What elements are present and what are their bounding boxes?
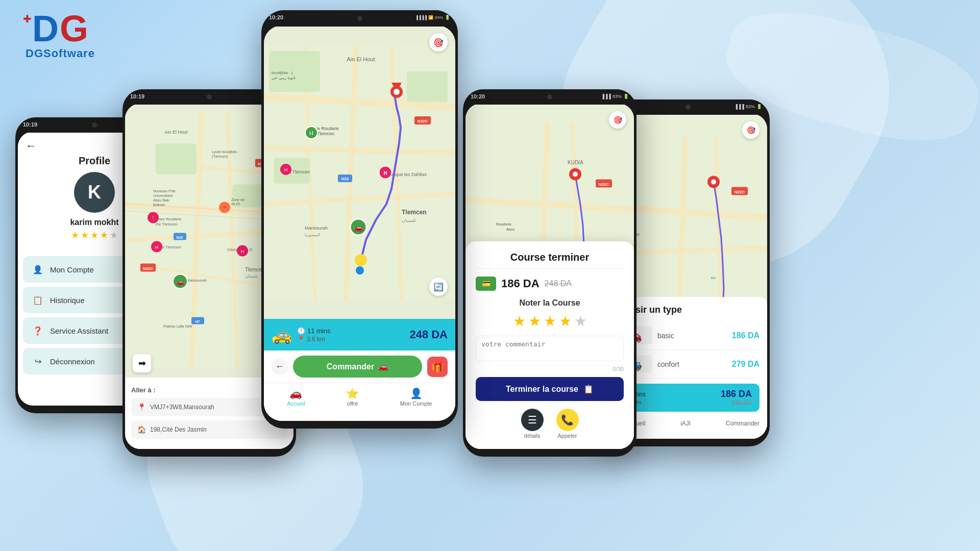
phone3-map: Ain El Hout Gare Routiere De Tlemcen ibi… <box>264 26 455 321</box>
comment-input[interactable] <box>476 336 624 361</box>
destination-2-text: 198,Cité Des Jasmin <box>150 426 207 433</box>
svg-text:H: H <box>284 167 288 172</box>
gift-button[interactable]: 🎁 <box>427 357 448 377</box>
location-btn[interactable]: 🎯 <box>429 33 448 52</box>
location-icon-1: 📍 <box>137 403 146 411</box>
phone3-battery: 83% <box>435 15 443 20</box>
terminer-label: Terminer la course <box>506 385 578 394</box>
phone2-time: 10:19 <box>130 93 144 99</box>
compte-icon: 👤 <box>31 262 45 277</box>
clipboard-icon: 📋 <box>583 384 594 394</box>
svg-text:🚗: 🚗 <box>176 278 185 286</box>
svg-text:🚗: 🚗 <box>354 223 363 232</box>
svg-text:Belkaid: Belkaid <box>153 203 165 207</box>
choisir-price: 186 DA <box>721 389 752 399</box>
confort-price: 279 DA <box>732 360 760 369</box>
svg-point-106 <box>711 180 716 185</box>
accueil-icon: 🚗 <box>289 387 302 399</box>
deconnexion-icon: ↪ <box>31 354 45 368</box>
nav-compte[interactable]: 👤 Mon Compte <box>400 387 432 407</box>
nav-accueil[interactable]: 🚗 Accueil <box>287 387 305 407</box>
svg-text:Mansourah: Mansourah <box>186 278 207 283</box>
svg-text:Zone inc: Zone inc <box>231 198 245 202</box>
refresh-btn[interactable]: 🔄 <box>429 278 448 296</box>
destination-2-input[interactable]: 🏠 198,Cité Des Jasmin <box>131 420 287 439</box>
svg-point-93 <box>573 172 578 177</box>
phone1-time: 10:19 <box>23 121 37 128</box>
historique-icon: 📋 <box>31 293 45 307</box>
commander-label: Commander <box>327 362 374 371</box>
offre-icon: ⭐ <box>346 387 359 399</box>
svg-text:📍: 📍 <box>151 215 157 221</box>
payment-card-icon: 💳 <box>476 277 496 291</box>
phone-main: 10:20 ▐▐▐▐ 📶 83% 🔋 <box>261 10 458 429</box>
svg-text:Abou: Abou <box>506 228 514 231</box>
svg-text:Plateau Lalla Setti: Plateau Lalla Setti <box>163 324 192 328</box>
option-basic[interactable]: 🚗 basic 186 DA <box>617 321 760 350</box>
details-btn[interactable]: ☰ détails <box>521 409 544 439</box>
compte-label: Mon Compte <box>50 265 94 274</box>
course-terminer-title: Course terminer <box>476 252 624 269</box>
basic-label: basic <box>657 332 727 340</box>
svg-text:Routiere: Routiere <box>496 222 512 227</box>
svg-text:N22C: N22C <box>143 266 154 271</box>
direction-btn[interactable]: ➡ <box>133 354 151 372</box>
confort-label: confort <box>657 360 727 368</box>
svg-text:Nouveau Pôle: Nouveau Pôle <box>153 189 176 193</box>
svg-text:H: H <box>155 245 159 250</box>
svg-point-83 <box>356 266 364 274</box>
svg-text:تلمسان: تلمسان <box>402 218 416 223</box>
back-button[interactable]: ← <box>26 139 37 153</box>
star-2[interactable]: ★ <box>528 313 541 330</box>
accueil-label: Accueil <box>287 400 305 407</box>
ct-bottom-icons: ☰ détails 📞 Appeler <box>476 409 624 439</box>
appeler-label: Appeler <box>558 433 577 439</box>
star-3[interactable]: ★ <box>544 313 556 330</box>
trip-time: 🕐 11 mins <box>297 327 404 335</box>
phone5-location-btn[interactable]: 🎯 <box>742 121 760 139</box>
svg-text:المنصورة: المنصورة <box>305 233 320 237</box>
details-label: détails <box>524 433 541 439</box>
back-button-main[interactable]: ← <box>272 359 288 375</box>
appeler-btn[interactable]: 📞 Appeler <box>556 409 579 439</box>
terminer-btn[interactable]: Terminer la course 📋 <box>476 377 624 401</box>
svg-text:Universitaire: Universitaire <box>153 194 173 197</box>
phone4-battery: 83% <box>612 94 622 99</box>
trip-distance: 📍 3.6 km <box>297 336 404 343</box>
phone4-location-btn[interactable]: 🎯 <box>609 111 626 129</box>
bottom-nav: 🚗 Accueil ⭐ offre 👤 Mon Compte <box>264 383 455 411</box>
noter-title: Noter la Course <box>476 298 624 308</box>
char-count: 0/30 <box>476 366 624 372</box>
option-confort[interactable]: 🚙 confort 279 DA <box>617 350 760 379</box>
trip-info-bar: 🚕 🕐 11 mins 📍 3.6 km 248 DA <box>264 319 455 350</box>
distance-icon: 📍 <box>297 336 305 343</box>
svg-text:ثانوية ريبي عي: ثانوية ريبي عي <box>272 76 296 80</box>
location-icon-2: 🏠 <box>137 425 146 434</box>
star-1[interactable]: ★ <box>513 313 526 330</box>
compte-nav-label: Mon Compte <box>400 400 432 407</box>
commander-button[interactable]: Commander 🚗 <box>293 356 422 378</box>
nav-offre[interactable]: ⭐ offre <box>346 387 359 407</box>
star-4[interactable]: ★ <box>559 313 572 330</box>
svg-text:Ain El Hout: Ain El Hout <box>164 130 188 135</box>
svg-text:تلمسان: تلمسان <box>245 274 258 279</box>
car-icon: 🚗 <box>378 362 388 371</box>
svg-text:H: H <box>309 130 313 136</box>
destination-1-text: VMJ7+3W8,Mansourah <box>150 404 214 411</box>
course-terminer-card: Course terminer 💳 186 DA 248 DA Noter la… <box>465 241 634 449</box>
commander-row: ← Commander 🚗 🎁 <box>264 350 455 383</box>
svg-point-79 <box>394 89 400 95</box>
clock-icon: 🕐 <box>297 327 305 335</box>
choisir-title: choisir un type <box>617 305 760 315</box>
star-5[interactable]: ★ <box>574 313 587 330</box>
svg-text:H: H <box>383 170 387 176</box>
phone-icon: 📞 <box>556 409 579 431</box>
svg-text:Mansourah: Mansourah <box>305 226 328 231</box>
svg-text:N22C: N22C <box>599 182 609 187</box>
ct-stars: ★ ★ ★ ★ ★ <box>476 313 624 330</box>
svg-text:Lycée boudjlida -: Lycée boudjlida - <box>212 150 239 154</box>
bottom-panel: 🚕 🕐 11 mins 📍 3.6 km 248 DA <box>264 319 455 421</box>
svg-text:📍: 📍 <box>222 205 228 211</box>
trip-details: 🕐 11 mins 📍 3.6 km <box>297 327 404 343</box>
svg-point-82 <box>355 254 367 266</box>
